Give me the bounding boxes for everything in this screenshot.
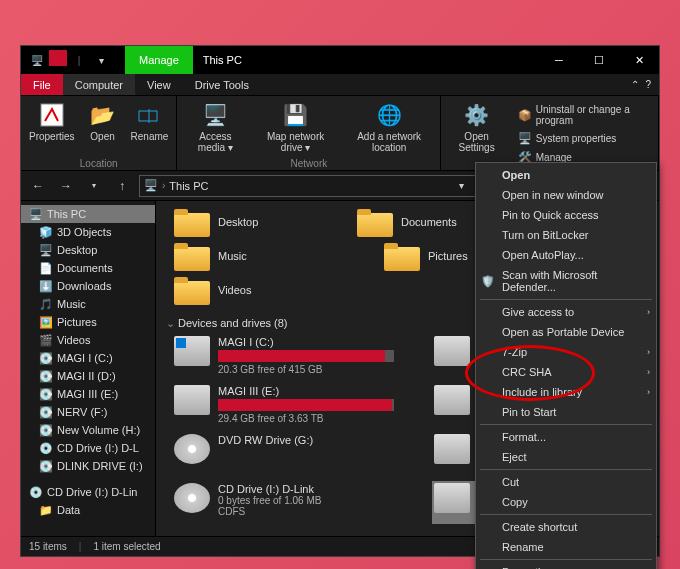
system-properties-button[interactable]: 🖥️System properties <box>518 129 648 147</box>
selection-count: 1 item selected <box>93 541 160 552</box>
ctx-crc-sha[interactable]: CRC SHA› <box>476 362 656 382</box>
ctx-give-access[interactable]: Give access to› <box>476 302 656 322</box>
app-icon[interactable]: 🖥️ <box>27 50 47 70</box>
close-button[interactable]: ✕ <box>619 46 659 74</box>
ctx-create-shortcut[interactable]: Create shortcut <box>476 517 656 537</box>
up-button[interactable]: ↑ <box>111 175 133 197</box>
ctx-open[interactable]: Open <box>476 165 656 185</box>
drive-magi1[interactable]: MAGI I (C:)20.3 GB free of 415 GB <box>174 336 394 375</box>
access-media-button[interactable]: 🖥️ Access media ▾ <box>181 98 249 157</box>
ribbon: Properties 📂 Open Rename Location 🖥️ Acc… <box>21 96 659 171</box>
drive-icon <box>174 336 210 366</box>
sidebar-magi1[interactable]: 💽MAGI I (C:) <box>21 349 155 367</box>
ctx-eject[interactable]: Eject <box>476 447 656 467</box>
dvd-icon <box>174 434 210 464</box>
ribbon-tabs: File Computer View Drive Tools ⌃ ? <box>21 74 659 96</box>
download-icon: ⬇️ <box>39 279 53 293</box>
sidebar-new-volume[interactable]: 💽New Volume (H:) <box>21 421 155 439</box>
drive-tools-tab[interactable]: Drive Tools <box>183 74 261 95</box>
sidebar-cd-drive-2[interactable]: 💿CD Drive (I:) D-Lin <box>21 483 155 501</box>
chevron-right-icon: › <box>647 387 650 397</box>
chevron-right-icon: › <box>647 347 650 357</box>
qat-dropdown-icon[interactable]: ▾ <box>91 50 111 70</box>
computer-tab[interactable]: Computer <box>63 74 135 95</box>
sidebar-desktop[interactable]: 🖥️Desktop <box>21 241 155 259</box>
view-tab[interactable]: View <box>135 74 183 95</box>
forward-button[interactable]: → <box>55 175 77 197</box>
maximize-button[interactable]: ☐ <box>579 46 619 74</box>
ctx-separator <box>480 469 652 470</box>
sidebar-3d-objects[interactable]: 🧊3D Objects <box>21 223 155 241</box>
rename-button[interactable]: Rename <box>127 98 173 157</box>
navigation-pane[interactable]: 🖥️This PC 🧊3D Objects 🖥️Desktop 📄Documen… <box>21 201 156 536</box>
open-folder-icon: 📂 <box>88 100 118 130</box>
folder-icon <box>174 241 210 271</box>
map-drive-button[interactable]: 💾 Map network drive ▾ <box>253 98 338 157</box>
sidebar-nerv[interactable]: 💽NERV (F:) <box>21 403 155 421</box>
add-network-button[interactable]: 🌐 Add a network location <box>342 98 437 157</box>
usb-icon: 💽 <box>39 459 53 473</box>
minimize-button[interactable]: ─ <box>539 46 579 74</box>
open-button[interactable]: 📂 Open <box>83 98 123 157</box>
qat-divider: | <box>69 50 89 70</box>
video-icon: 🎬 <box>39 333 53 347</box>
sidebar-cd-drive[interactable]: 💿CD Drive (I:) D-L <box>21 439 155 457</box>
folder-icon: 📁 <box>39 503 53 517</box>
context-menu: Open Open in new window Pin to Quick acc… <box>475 162 657 569</box>
address-bar[interactable]: 🖥️ › This PC ▾ ⟳ <box>139 175 497 197</box>
ctx-separator <box>480 424 652 425</box>
sidebar-this-pc[interactable]: 🖥️This PC <box>21 205 155 223</box>
sidebar-downloads[interactable]: ⬇️Downloads <box>21 277 155 295</box>
sidebar-magi2[interactable]: 💽MAGI II (D:) <box>21 367 155 385</box>
file-tab[interactable]: File <box>21 74 63 95</box>
back-button[interactable]: ← <box>27 175 49 197</box>
folder-videos[interactable]: Videos <box>174 275 314 305</box>
address-dropdown-icon[interactable]: ▾ <box>452 177 470 195</box>
ribbon-collapse-button[interactable]: ⌃ ? <box>623 74 659 95</box>
recent-dropdown[interactable]: ▾ <box>83 175 105 197</box>
drive-dvd[interactable]: DVD RW Drive (G:) <box>174 434 394 473</box>
picture-icon: 🖼️ <box>39 315 53 329</box>
sidebar-dlink[interactable]: 💽DLINK DRIVE (I:) <box>21 457 155 475</box>
properties-button[interactable]: Properties <box>25 98 79 157</box>
pc-icon: 🖥️ <box>29 207 43 221</box>
ctx-format[interactable]: Format... <box>476 427 656 447</box>
ctx-properties[interactable]: Properties <box>476 562 656 569</box>
settings-gear-icon: ⚙️ <box>462 100 492 130</box>
ctx-bitlocker[interactable]: Turn on BitLocker <box>476 225 656 245</box>
ctx-defender[interactable]: 🛡️Scan with Microsoft Defender... <box>476 265 656 297</box>
drive-icon <box>434 336 470 366</box>
folder-documents[interactable]: Documents <box>357 207 470 237</box>
ctx-pin-quick-access[interactable]: Pin to Quick access <box>476 205 656 225</box>
folder-music[interactable]: Music <box>174 241 314 271</box>
folder-icon <box>174 275 210 305</box>
folder-desktop[interactable]: Desktop <box>174 207 287 237</box>
ctx-pin-start[interactable]: Pin to Start <box>476 402 656 422</box>
open-settings-button[interactable]: ⚙️ Open Settings <box>445 98 507 166</box>
ctx-open-new-window[interactable]: Open in new window <box>476 185 656 205</box>
ctx-autoplay[interactable]: Open AutoPlay... <box>476 245 656 265</box>
sidebar-videos[interactable]: 🎬Videos <box>21 331 155 349</box>
sidebar-data[interactable]: 📁Data <box>21 501 155 519</box>
address-text: This PC <box>169 180 448 192</box>
ctx-7zip[interactable]: 7-Zip› <box>476 342 656 362</box>
window-title: This PC <box>203 54 242 66</box>
ctx-rename[interactable]: Rename <box>476 537 656 557</box>
drive-cd[interactable]: CD Drive (I:) D-Link0 bytes free of 1.06… <box>174 483 394 522</box>
sidebar-documents[interactable]: 📄Documents <box>21 259 155 277</box>
ctx-portable-device[interactable]: Open as Portable Device <box>476 322 656 342</box>
quick-access-icon[interactable] <box>49 50 67 66</box>
manage-context-tab[interactable]: Manage <box>125 46 193 74</box>
add-network-icon: 🌐 <box>374 100 404 130</box>
ctx-cut[interactable]: Cut <box>476 472 656 492</box>
cd-icon: 💿 <box>39 441 53 455</box>
document-icon: 📄 <box>39 261 53 275</box>
desktop-icon: 🖥️ <box>39 243 53 257</box>
ctx-include-library[interactable]: Include in library› <box>476 382 656 402</box>
sidebar-pictures[interactable]: 🖼️Pictures <box>21 313 155 331</box>
sidebar-music[interactable]: 🎵Music <box>21 295 155 313</box>
uninstall-button[interactable]: 📦Uninstall or change a program <box>518 102 648 128</box>
sidebar-magi3[interactable]: 💽MAGI III (E:) <box>21 385 155 403</box>
drive-magi3[interactable]: MAGI III (E:)29.4 GB free of 3.63 TB <box>174 385 394 424</box>
ctx-copy[interactable]: Copy <box>476 492 656 512</box>
